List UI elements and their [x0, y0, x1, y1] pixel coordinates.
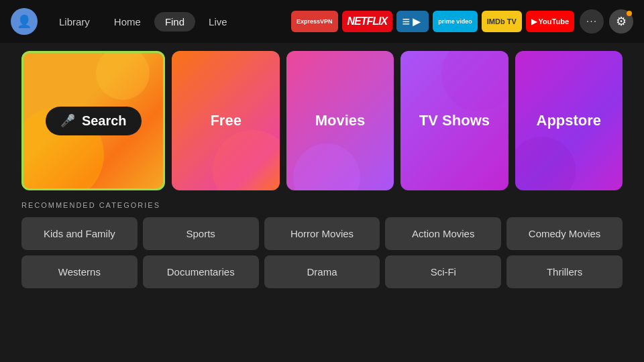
- category-westerns[interactable]: Westerns: [21, 255, 138, 288]
- tile-tvshows[interactable]: TV Shows: [400, 51, 508, 190]
- settings-button[interactable]: ⚙: [609, 9, 633, 34]
- nav-find[interactable]: Find: [154, 12, 195, 32]
- category-thrillers[interactable]: Thrillers: [506, 255, 623, 288]
- app-expressvpn[interactable]: ExpressVPN: [291, 11, 338, 32]
- avatar[interactable]: 👤: [11, 8, 38, 35]
- category-sports[interactable]: Sports: [143, 217, 259, 250]
- appstore-label: Appstore: [537, 112, 602, 129]
- settings-icon: ⚙: [616, 14, 627, 29]
- tile-search[interactable]: 🎤 Search: [21, 51, 165, 190]
- free-label: Free: [210, 112, 241, 129]
- movies-label: Movies: [315, 112, 366, 129]
- tile-movies[interactable]: Movies: [286, 51, 394, 190]
- tile-appstore[interactable]: Appstore: [515, 51, 623, 190]
- category-sci-fi[interactable]: Sci-Fi: [385, 255, 501, 288]
- tile-free[interactable]: Free: [172, 51, 279, 190]
- tvshows-label: TV Shows: [419, 112, 490, 129]
- app-imdb[interactable]: IMDb TV: [482, 11, 522, 32]
- app-prime[interactable]: prime video: [433, 11, 478, 32]
- recommended-title: RECOMMENDED CATEGORIES: [21, 201, 623, 209]
- nav-live[interactable]: Live: [198, 12, 238, 32]
- category-grid: Kids and Family Sports Horror Movies Act…: [21, 217, 623, 288]
- recommended-section: RECOMMENDED CATEGORIES Kids and Family S…: [0, 190, 644, 288]
- category-documentaries[interactable]: Documentaries: [143, 255, 259, 288]
- search-label: Search: [82, 113, 127, 129]
- category-drama[interactable]: Drama: [264, 255, 380, 288]
- tiles-section: 🎤 Search Free Movies TV Shows Appstore: [0, 43, 644, 190]
- category-comedy-movies[interactable]: Comedy Movies: [506, 217, 623, 250]
- app-icons: ExpressVPN NETFLIX ≡► prime video IMDb T…: [291, 11, 574, 32]
- settings-notification-dot: [627, 11, 632, 16]
- more-button[interactable]: ···: [580, 9, 604, 34]
- category-horror-movies[interactable]: Horror Movies: [264, 217, 380, 250]
- avatar-icon: 👤: [17, 14, 32, 29]
- nav-links: Library Home Find Live: [48, 12, 238, 32]
- app-freevee[interactable]: ≡►: [396, 11, 429, 32]
- app-youtube[interactable]: ▶ YouTube: [526, 11, 574, 32]
- category-kids-and-family[interactable]: Kids and Family: [21, 217, 138, 250]
- top-nav: 👤 Library Home Find Live ExpressVPN NETF…: [0, 0, 644, 43]
- mic-icon: 🎤: [60, 113, 75, 128]
- search-pill: 🎤 Search: [46, 107, 142, 135]
- nav-home[interactable]: Home: [103, 12, 152, 32]
- category-action-movies[interactable]: Action Movies: [385, 217, 501, 250]
- app-netflix[interactable]: NETFLIX: [342, 11, 393, 32]
- nav-library[interactable]: Library: [48, 12, 101, 32]
